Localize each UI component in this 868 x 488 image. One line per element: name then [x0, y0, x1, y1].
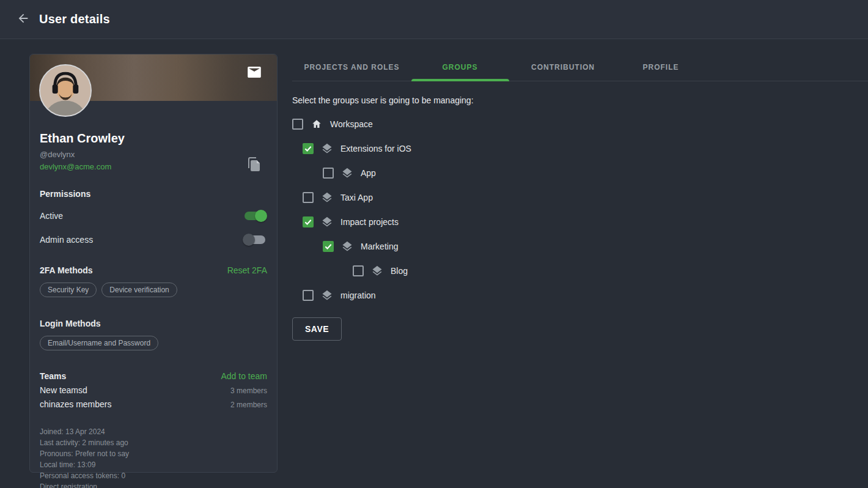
layers-icon: [371, 265, 383, 277]
groups-instruction: Select the groups user is going to be ma…: [292, 95, 868, 105]
admin-access-toggle-row: Admin access: [40, 233, 267, 246]
login-method-chip: Email/Username and Password: [40, 336, 158, 350]
tab-bar: PROJECTS AND ROLES GROUPS CONTRIBUTION P…: [292, 54, 868, 81]
checkbox[interactable]: [303, 290, 314, 301]
meta-joined: Joined: 13 Apr 2024: [40, 426, 267, 437]
checkbox[interactable]: [323, 168, 334, 179]
tab-groups[interactable]: GROUPS: [406, 54, 514, 81]
copy-icon: [248, 163, 261, 174]
tab-profile[interactable]: PROFILE: [612, 54, 710, 81]
tree-item-marketing[interactable]: Marketing: [292, 234, 868, 259]
tree-item-workspace[interactable]: Workspace: [292, 112, 868, 136]
layers-icon: [341, 240, 353, 253]
twofa-method-chip: Security Key: [40, 283, 97, 297]
layers-icon: [321, 142, 333, 155]
login-methods: Email/Username and Password: [40, 336, 267, 350]
avatar: [39, 64, 92, 117]
tree-item-label: Extensions for iOS: [340, 144, 411, 153]
twofa-methods: Security Key Device verification: [40, 283, 267, 297]
twofa-heading: 2FA Methods: [40, 265, 93, 275]
toggle-knob: [243, 234, 255, 246]
admin-access-toggle[interactable]: [243, 234, 267, 246]
twofa-method-chip: Device verification: [101, 283, 177, 297]
top-bar: User details: [0, 0, 868, 39]
team-members-count: 3 members: [230, 386, 267, 395]
tree-item-migration[interactable]: migration: [292, 283, 868, 308]
checkbox[interactable]: [303, 143, 314, 154]
layers-icon: [321, 191, 333, 204]
tree-item-label: Workspace: [330, 119, 373, 129]
tree-item-blog[interactable]: Blog: [292, 259, 868, 283]
tree-item-label: Blog: [391, 266, 408, 276]
user-handle: @devlynx: [40, 150, 267, 159]
home-icon: [311, 118, 323, 130]
team-members-count: 2 members: [230, 401, 267, 409]
tab-projects-and-roles[interactable]: PROJECTS AND ROLES: [298, 54, 406, 81]
arrow-left-icon: [17, 12, 30, 28]
checkbox[interactable]: [323, 241, 334, 252]
tree-item-label: App: [361, 168, 376, 178]
profile-card: Ethan Crowley @devlynx devlynx@acme.com …: [29, 54, 278, 473]
permissions-heading: Permissions: [40, 189, 267, 199]
checkbox[interactable]: [353, 265, 364, 276]
tree-item-label: Marketing: [361, 242, 398, 251]
active-label: Active: [40, 211, 63, 221]
send-email-button[interactable]: [248, 67, 261, 78]
tree-item-label: Taxi App: [340, 193, 373, 202]
meta-local-time: Local time: 13:09: [40, 459, 267, 470]
team-row[interactable]: chinazes members 2 members: [40, 399, 267, 409]
checkbox[interactable]: [292, 119, 303, 130]
login-methods-heading: Login Methods: [40, 319, 267, 328]
tree-item-label: Impact projects: [340, 217, 399, 227]
groups-tree: Workspace Extensions for iOS App: [292, 112, 868, 308]
save-button[interactable]: SAVE: [292, 317, 342, 341]
active-toggle[interactable]: [243, 210, 267, 222]
mail-icon: [248, 69, 261, 79]
tree-item-impact-projects[interactable]: Impact projects: [292, 210, 868, 234]
checkbox[interactable]: [303, 192, 314, 203]
user-name: Ethan Crowley: [40, 131, 267, 146]
user-email[interactable]: devlynx@acme.com: [40, 162, 267, 171]
team-row[interactable]: New teamsd 3 members: [40, 385, 267, 395]
meta-pronouns: Pronouns: Prefer not to say: [40, 448, 267, 459]
teams-heading: Teams: [40, 371, 66, 381]
admin-access-label: Admin access: [40, 235, 93, 245]
tree-item-app[interactable]: App: [292, 161, 868, 185]
main-area: Ethan Crowley @devlynx devlynx@acme.com …: [0, 39, 868, 473]
team-name: New teamsd: [40, 385, 87, 395]
meta-access-tokens: Personal access tokens: 0: [40, 470, 267, 481]
tree-item-taxi-app[interactable]: Taxi App: [292, 185, 868, 210]
layers-icon: [321, 289, 333, 301]
add-to-team-link[interactable]: Add to team: [221, 371, 268, 381]
checkbox[interactable]: [303, 216, 314, 227]
back-button[interactable]: [15, 11, 32, 28]
team-name: chinazes members: [40, 399, 112, 409]
page-title: User details: [39, 12, 110, 26]
tree-item-label: migration: [340, 290, 376, 300]
copy-email-button[interactable]: [248, 157, 261, 172]
tab-contribution[interactable]: CONTRIBUTION: [514, 54, 612, 81]
tree-item-extensions-for-ios[interactable]: Extensions for iOS: [292, 136, 868, 161]
layers-icon: [341, 167, 353, 179]
meta-last-activity: Last activity: 2 minutes ago: [40, 437, 267, 448]
toggle-knob: [255, 210, 267, 222]
user-meta: Joined: 13 Apr 2024 Last activity: 2 min…: [40, 426, 267, 488]
meta-registration: Direct registration: [40, 481, 267, 488]
active-toggle-row: Active: [40, 209, 267, 223]
details-panel: PROJECTS AND ROLES GROUPS CONTRIBUTION P…: [292, 54, 868, 341]
reset-2fa-link[interactable]: Reset 2FA: [227, 265, 267, 275]
layers-icon: [321, 216, 333, 228]
